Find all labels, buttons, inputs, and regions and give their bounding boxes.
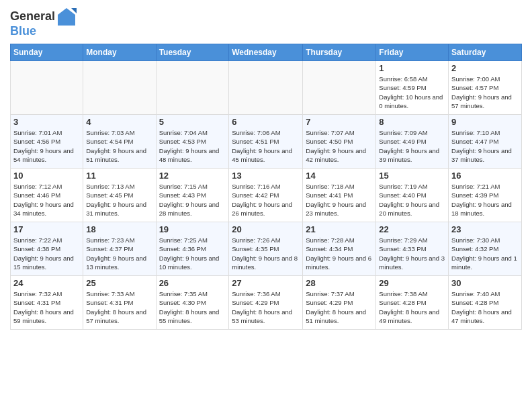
day-info: Sunrise: 7:16 AM Sunset: 4:42 PM Dayligh…	[232, 182, 300, 218]
day-number: 23	[451, 224, 519, 234]
day-info: Sunrise: 7:37 AM Sunset: 4:29 PM Dayligh…	[306, 289, 373, 325]
calendar-day-20: 20Sunrise: 7:26 AM Sunset: 4:35 PM Dayli…	[229, 222, 303, 276]
calendar-day-12: 12Sunrise: 7:15 AM Sunset: 4:43 PM Dayli…	[156, 169, 229, 222]
day-number: 11	[86, 171, 152, 181]
weekday-header-saturday: Saturday	[449, 44, 522, 61]
day-number: 9	[451, 117, 519, 127]
weekday-header-monday: Monday	[83, 44, 156, 61]
day-info: Sunrise: 7:25 AM Sunset: 4:36 PM Dayligh…	[159, 236, 226, 271]
weekday-header-friday: Friday	[376, 44, 449, 61]
day-info: Sunrise: 7:40 AM Sunset: 4:28 PM Dayligh…	[451, 289, 519, 325]
day-number: 5	[159, 117, 226, 127]
day-number: 28	[306, 278, 373, 288]
calendar-week-row-2: 3Sunrise: 7:01 AM Sunset: 4:56 PM Daylig…	[11, 115, 522, 169]
day-number: 24	[13, 278, 80, 288]
day-info: Sunrise: 7:26 AM Sunset: 4:35 PM Dayligh…	[232, 236, 300, 271]
calendar-day-4: 4Sunrise: 7:03 AM Sunset: 4:54 PM Daylig…	[83, 115, 156, 169]
calendar-week-row-5: 24Sunrise: 7:32 AM Sunset: 4:31 PM Dayli…	[11, 276, 522, 330]
logo: General Blue	[10, 7, 77, 38]
day-number: 12	[159, 171, 226, 181]
day-info: Sunrise: 7:10 AM Sunset: 4:47 PM Dayligh…	[451, 128, 519, 164]
calendar-day-27: 27Sunrise: 7:36 AM Sunset: 4:29 PM Dayli…	[229, 276, 303, 330]
calendar-day-5: 5Sunrise: 7:04 AM Sunset: 4:53 PM Daylig…	[156, 115, 229, 169]
day-info: Sunrise: 7:15 AM Sunset: 4:43 PM Dayligh…	[159, 182, 226, 218]
calendar-day-13: 13Sunrise: 7:16 AM Sunset: 4:42 PM Dayli…	[229, 169, 303, 222]
day-number: 2	[451, 63, 519, 73]
weekday-header-wednesday: Wednesday	[229, 44, 303, 61]
calendar-day-9: 9Sunrise: 7:10 AM Sunset: 4:47 PM Daylig…	[449, 115, 522, 169]
day-info: Sunrise: 7:36 AM Sunset: 4:29 PM Dayligh…	[232, 289, 300, 325]
calendar-day-19: 19Sunrise: 7:25 AM Sunset: 4:36 PM Dayli…	[156, 222, 229, 276]
svg-marker-0	[58, 8, 75, 26]
day-number: 19	[159, 224, 226, 234]
calendar-week-row-3: 10Sunrise: 7:12 AM Sunset: 4:46 PM Dayli…	[11, 169, 522, 222]
day-number: 1	[379, 63, 445, 73]
day-number: 17	[13, 224, 80, 234]
calendar-day-18: 18Sunrise: 7:23 AM Sunset: 4:37 PM Dayli…	[83, 222, 156, 276]
calendar-header-row: SundayMondayTuesdayWednesdayThursdayFrid…	[11, 44, 522, 61]
calendar-week-row-1: 1Sunrise: 6:58 AM Sunset: 4:59 PM Daylig…	[11, 61, 522, 115]
calendar-day-empty	[303, 61, 376, 115]
calendar-day-15: 15Sunrise: 7:19 AM Sunset: 4:40 PM Dayli…	[376, 169, 449, 222]
calendar-day-11: 11Sunrise: 7:13 AM Sunset: 4:45 PM Dayli…	[83, 169, 156, 222]
calendar-day-empty	[156, 61, 229, 115]
day-info: Sunrise: 7:13 AM Sunset: 4:45 PM Dayligh…	[86, 182, 152, 218]
day-info: Sunrise: 7:07 AM Sunset: 4:50 PM Dayligh…	[306, 128, 373, 164]
day-info: Sunrise: 7:21 AM Sunset: 4:39 PM Dayligh…	[451, 182, 519, 218]
day-number: 6	[232, 117, 300, 127]
calendar-day-21: 21Sunrise: 7:28 AM Sunset: 4:34 PM Dayli…	[303, 222, 376, 276]
day-info: Sunrise: 7:19 AM Sunset: 4:40 PM Dayligh…	[379, 182, 445, 218]
calendar-day-16: 16Sunrise: 7:21 AM Sunset: 4:39 PM Dayli…	[449, 169, 522, 222]
day-number: 26	[159, 278, 226, 288]
calendar: SundayMondayTuesdayWednesdayThursdayFrid…	[10, 44, 522, 330]
calendar-day-14: 14Sunrise: 7:18 AM Sunset: 4:41 PM Dayli…	[303, 169, 376, 222]
calendar-day-empty	[229, 61, 303, 115]
day-number: 15	[379, 171, 445, 181]
calendar-day-2: 2Sunrise: 7:00 AM Sunset: 4:57 PM Daylig…	[449, 61, 522, 115]
calendar-day-23: 23Sunrise: 7:30 AM Sunset: 4:32 PM Dayli…	[449, 222, 522, 276]
calendar-week-row-4: 17Sunrise: 7:22 AM Sunset: 4:38 PM Dayli…	[11, 222, 522, 276]
calendar-day-22: 22Sunrise: 7:29 AM Sunset: 4:33 PM Dayli…	[376, 222, 449, 276]
day-info: Sunrise: 7:18 AM Sunset: 4:41 PM Dayligh…	[306, 182, 373, 218]
calendar-day-empty	[11, 61, 83, 115]
day-info: Sunrise: 7:09 AM Sunset: 4:49 PM Dayligh…	[379, 128, 445, 164]
day-info: Sunrise: 7:00 AM Sunset: 4:57 PM Dayligh…	[451, 75, 519, 110]
calendar-day-3: 3Sunrise: 7:01 AM Sunset: 4:56 PM Daylig…	[11, 115, 83, 169]
day-info: Sunrise: 7:29 AM Sunset: 4:33 PM Dayligh…	[379, 236, 445, 271]
day-number: 14	[306, 171, 373, 181]
day-number: 27	[232, 278, 300, 288]
day-info: Sunrise: 6:58 AM Sunset: 4:59 PM Dayligh…	[379, 75, 445, 110]
logo-text: General	[10, 10, 55, 24]
calendar-day-7: 7Sunrise: 7:07 AM Sunset: 4:50 PM Daylig…	[303, 115, 376, 169]
day-info: Sunrise: 7:22 AM Sunset: 4:38 PM Dayligh…	[13, 236, 80, 271]
calendar-day-26: 26Sunrise: 7:35 AM Sunset: 4:30 PM Dayli…	[156, 276, 229, 330]
day-info: Sunrise: 7:32 AM Sunset: 4:31 PM Dayligh…	[13, 289, 80, 325]
day-info: Sunrise: 7:38 AM Sunset: 4:28 PM Dayligh…	[379, 289, 445, 325]
day-number: 18	[86, 224, 152, 234]
calendar-day-28: 28Sunrise: 7:37 AM Sunset: 4:29 PM Dayli…	[303, 276, 376, 330]
day-info: Sunrise: 7:06 AM Sunset: 4:51 PM Dayligh…	[232, 128, 300, 164]
calendar-day-8: 8Sunrise: 7:09 AM Sunset: 4:49 PM Daylig…	[376, 115, 449, 169]
calendar-day-17: 17Sunrise: 7:22 AM Sunset: 4:38 PM Dayli…	[11, 222, 83, 276]
header: General Blue	[10, 7, 522, 38]
calendar-day-10: 10Sunrise: 7:12 AM Sunset: 4:46 PM Dayli…	[11, 169, 83, 222]
day-number: 3	[13, 117, 80, 127]
calendar-day-25: 25Sunrise: 7:33 AM Sunset: 4:31 PM Dayli…	[83, 276, 156, 330]
day-number: 22	[379, 224, 445, 234]
day-info: Sunrise: 7:35 AM Sunset: 4:30 PM Dayligh…	[159, 289, 226, 325]
day-info: Sunrise: 7:01 AM Sunset: 4:56 PM Dayligh…	[13, 128, 80, 164]
day-number: 4	[86, 117, 152, 127]
day-number: 8	[379, 117, 445, 127]
logo-icon	[56, 7, 77, 27]
day-number: 20	[232, 224, 300, 234]
weekday-header-sunday: Sunday	[11, 44, 83, 61]
weekday-header-tuesday: Tuesday	[156, 44, 229, 61]
day-number: 25	[86, 278, 152, 288]
day-info: Sunrise: 7:04 AM Sunset: 4:53 PM Dayligh…	[159, 128, 226, 164]
day-info: Sunrise: 7:30 AM Sunset: 4:32 PM Dayligh…	[451, 236, 519, 271]
day-info: Sunrise: 7:28 AM Sunset: 4:34 PM Dayligh…	[306, 236, 373, 271]
calendar-day-1: 1Sunrise: 6:58 AM Sunset: 4:59 PM Daylig…	[376, 61, 449, 115]
day-number: 21	[306, 224, 373, 234]
day-number: 30	[451, 278, 519, 288]
day-info: Sunrise: 7:33 AM Sunset: 4:31 PM Dayligh…	[86, 289, 152, 325]
